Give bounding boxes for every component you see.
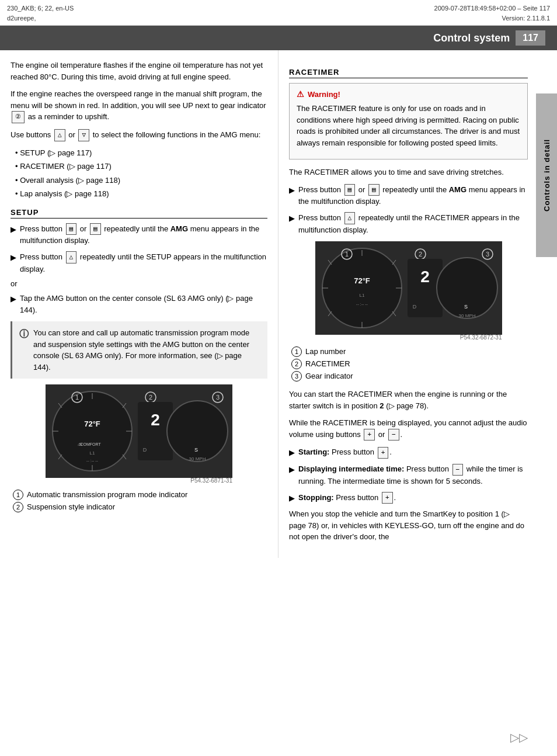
img1-label: P54.32-6871-31 xyxy=(46,477,232,484)
arrow-icon-r2: ▶ xyxy=(289,213,295,224)
title-bar: Control system 117 xyxy=(0,26,557,50)
btn-plus-inline: + xyxy=(364,429,375,441)
arrow-icon-3: ▶ xyxy=(11,293,16,305)
svg-text:S: S xyxy=(464,304,467,310)
svg-text:S: S xyxy=(194,447,198,453)
page-number: 117 xyxy=(516,30,545,46)
svg-text:30 MPH: 30 MPH xyxy=(458,313,475,318)
right-para4: When you stop the vehicle and turn the S… xyxy=(289,508,528,543)
caption-r-item-2: 2 RACETIMER xyxy=(291,359,528,369)
instrument-image-2: 1 2 72°F L1 -- :-- -- 2 D 3 S 30 MPH P54… xyxy=(315,241,502,341)
header-left: 230_AKB; 6; 22, en-US d2ureepe, xyxy=(7,4,74,23)
right-column: RACETIMER ⚠ Warning! The RACETIMER featu… xyxy=(278,50,557,558)
svg-text:3: 3 xyxy=(485,251,489,258)
instrument-svg-1: 1 2 72°F S ⌂COMFORT L1 -- :-- -- 2 D 3 S xyxy=(46,384,232,478)
arrow-icon-displaying: ▶ xyxy=(289,464,295,476)
svg-text:-- :-- --: -- :-- -- xyxy=(356,302,368,306)
setup-step2: ▶ Press button △ repeatedly until the SE… xyxy=(11,251,267,275)
menu-item-lap: Lap analysis (▷ page 118) xyxy=(15,188,267,200)
btn-stop-plus: + xyxy=(382,492,393,504)
svg-text:L1: L1 xyxy=(90,450,95,456)
warning-triangle-icon: ⚠ xyxy=(297,88,304,100)
header-right: 2009-07-28T18:49:58+02:00 – Seite 117 Ve… xyxy=(434,4,550,23)
sidebar-label: Controls in detail xyxy=(536,93,557,257)
warning-box: ⚠ Warning! The RACETIMER feature is only… xyxy=(289,83,528,159)
header-line1: 230_AKB; 6; 22, en-US xyxy=(7,4,74,13)
caption-item-1: 1 Automatic transmission program mode in… xyxy=(13,490,267,500)
header-version: Version: 2.11.8.1 xyxy=(434,13,550,23)
menu-item-racetimer: RACETIMER (▷ page 117) xyxy=(15,161,267,172)
setup-step1: ▶ Press button ▤ or ▤ repeatedly until t… xyxy=(11,223,267,247)
gear-indicator-circle: ② xyxy=(12,111,25,123)
racetimer-step1: ▶ Press button ▤ or ▤ repeatedly until t… xyxy=(289,184,528,207)
header-date: 2009-07-28T18:49:58+02:00 – Seite 117 xyxy=(434,4,550,13)
btn-r-up: △ xyxy=(344,212,356,224)
warning-title: ⚠ Warning! xyxy=(297,88,520,100)
btn-minus-inline: − xyxy=(388,429,399,441)
left-para1: The engine oil temperature flashes if th… xyxy=(11,60,267,82)
btn-start-plus: + xyxy=(378,447,389,459)
arrow-icon-2: ▶ xyxy=(11,252,16,263)
amg-menu-list: SETUP (▷ page 117) RACETIMER (▷ page 117… xyxy=(15,147,267,200)
svg-text:30 MPH: 30 MPH xyxy=(189,456,206,462)
svg-text:⌂COMFORT: ⌂COMFORT xyxy=(78,442,101,446)
left-para2: If the engine reaches the overspeed rang… xyxy=(11,88,267,123)
footer-next-arrow: ▷▷ xyxy=(510,730,528,744)
arrow-icon-stopping: ▶ xyxy=(289,493,295,504)
btn-menu2: ▤ xyxy=(90,223,101,235)
stopping-item: ▶ Stopping: Press button +. xyxy=(289,492,528,504)
displaying-item: ▶ Displaying intermediate time: Press bu… xyxy=(289,463,528,487)
btn-up: △ xyxy=(66,251,77,263)
svg-text:3: 3 xyxy=(216,394,220,401)
svg-text:-- :-- --: -- :-- -- xyxy=(86,459,98,463)
caption-list-1: 1 Automatic transmission program mode in… xyxy=(13,490,267,512)
img2-label: P54.32-6872-31 xyxy=(315,334,502,341)
down-button-icon: ▽ xyxy=(78,129,89,141)
svg-text:2: 2 xyxy=(149,394,152,401)
svg-text:72°F: 72°F xyxy=(84,419,100,428)
caption-list-2: 1 Lap number 2 RACETIMER 3 Gear indicato… xyxy=(291,346,528,382)
btn-menu1: ▤ xyxy=(66,223,77,235)
left-para3: Use buttons △ or ▽ to select the followi… xyxy=(11,129,267,141)
svg-text:2: 2 xyxy=(151,411,160,429)
btn-r-menu1: ▤ xyxy=(344,184,356,196)
arrow-icon-starting: ▶ xyxy=(289,447,295,459)
starting-item: ▶ Starting: Press button +. xyxy=(289,446,528,459)
btn-minus: − xyxy=(452,464,464,476)
info-icon: ⓘ xyxy=(19,327,29,341)
right-para2: You can start the RACETIMER when the eng… xyxy=(289,389,528,411)
info-box: ⓘ You can store and call up automatic tr… xyxy=(11,321,267,379)
caption-r-item-3: 3 Gear indicator xyxy=(291,371,528,382)
page-title: Control system xyxy=(433,32,510,44)
racetimer-step2: ▶ Press button △ repeatedly until the RA… xyxy=(289,212,528,235)
svg-text:72°F: 72°F xyxy=(354,276,370,285)
main-content: The engine oil temperature flashes if th… xyxy=(0,50,557,558)
caption-item-2: 2 Suspension style indicator xyxy=(13,502,267,512)
menu-item-overall: Overall analysis (▷ page 118) xyxy=(15,175,267,186)
caption-r-item-1: 1 Lap number xyxy=(291,346,528,357)
btn-r-menu2: ▤ xyxy=(368,184,380,196)
page-header: 230_AKB; 6; 22, en-US d2ureepe, 2009-07-… xyxy=(0,0,557,26)
svg-text:D: D xyxy=(412,304,416,310)
svg-text:D: D xyxy=(143,447,147,453)
right-para3: While the RACETIMER is being displayed, … xyxy=(289,417,528,441)
svg-text:1: 1 xyxy=(75,394,79,401)
menu-item-setup: SETUP (▷ page 117) xyxy=(15,147,267,159)
header-line2: d2ureepe, xyxy=(7,13,74,23)
instrument-svg-2: 1 2 72°F L1 -- :-- -- 2 D 3 S 30 MPH xyxy=(315,241,502,335)
setup-step3: ▶ Tap the AMG button on the center conso… xyxy=(11,293,267,315)
instrument-image-1: 1 2 72°F S ⌂COMFORT L1 -- :-- -- 2 D 3 S xyxy=(46,384,232,484)
or-separator: or xyxy=(11,279,267,288)
left-column: The engine oil temperature flashes if th… xyxy=(0,50,278,558)
arrow-icon-r1: ▶ xyxy=(289,185,295,196)
svg-text:L1: L1 xyxy=(359,293,364,298)
racetimer-section-title: RACETIMER xyxy=(289,68,528,78)
up-button-icon: △ xyxy=(54,129,65,141)
right-para1: The RACETIMER allows you to time and sav… xyxy=(289,167,528,178)
svg-text:1: 1 xyxy=(344,251,348,258)
arrow-icon-1: ▶ xyxy=(11,224,16,235)
svg-point-28 xyxy=(322,248,402,328)
warning-text: The RACETIMER feature is only for use on… xyxy=(297,103,520,148)
setup-section-title: SETUP xyxy=(11,208,267,219)
svg-text:2: 2 xyxy=(420,268,430,286)
